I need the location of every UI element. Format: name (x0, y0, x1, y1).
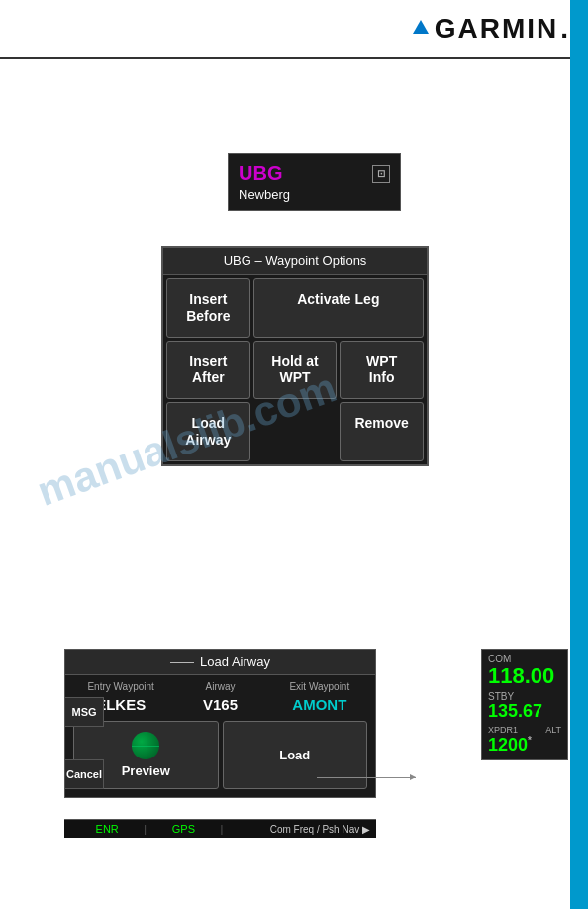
insert-before-button[interactable]: InsertBefore (166, 278, 250, 338)
com-freq-label: Com Freq / Psh Nav ▶ (223, 824, 370, 835)
remove-button[interactable]: Remove (340, 402, 424, 461)
empty-cell (253, 402, 338, 461)
hold-at-wpt-button[interactable]: Hold atWPT (253, 341, 338, 400)
garmin-brand-text: GARMIN (435, 13, 559, 45)
load-airway-fields: Entry Waypoint Airway Exit Waypoint ELKE… (65, 675, 375, 715)
load-button[interactable]: Load (223, 721, 368, 789)
right-sidebar (570, 0, 588, 909)
insert-after-button[interactable]: InsertAfter (166, 341, 250, 400)
load-airway-panel: —— Load Airway Entry Waypoint Airway Exi… (64, 649, 376, 798)
cancel-label: Cancel (66, 768, 102, 780)
arrow-indicator (317, 777, 416, 778)
xpdr-code: 1200 (488, 735, 528, 755)
wpt-info-button[interactable]: WPTInfo (340, 341, 424, 400)
waypoint-name: Newberg (239, 187, 390, 202)
cancel-button[interactable]: Cancel (64, 759, 104, 789)
preview-label: Preview (122, 763, 170, 778)
com-frequency: 118.00 (488, 664, 561, 688)
options-grid: InsertBeforeActivate LegInsertAfterHold … (163, 275, 427, 464)
bottom-tab-bar: ENR | GPS | Com Freq / Psh Nav ▶ (64, 819, 376, 838)
enr-tab[interactable]: ENR (70, 823, 144, 835)
airway-value: V165 (172, 696, 267, 713)
load-airway-buttons: Preview Load (65, 715, 375, 797)
waypoint-identifier-row: UBG ⊡ (239, 162, 390, 185)
airway-label: Airway (172, 681, 267, 692)
waypoint-type-icon: ⊡ (372, 165, 390, 183)
exit-waypoint-value: AMONT (272, 696, 367, 713)
stby-frequency: 135.67 (488, 702, 561, 722)
garmin-dot: . (560, 13, 568, 45)
activate-leg-button[interactable]: Activate Leg (253, 278, 424, 338)
load-airway-button[interactable]: LoadAirway (166, 402, 250, 461)
options-title: UBG – Waypoint Options (163, 248, 427, 275)
msg-button[interactable]: MSG (64, 697, 104, 727)
xpdr-label: XPDR1 (488, 725, 518, 735)
left-sidebar-icons: MSG Cancel (64, 697, 104, 789)
load-airway-title-bar: —— Load Airway (65, 650, 375, 675)
load-label: Load (279, 748, 310, 762)
xpdr-row: XPDR1 ALT (488, 725, 561, 735)
airway-path-icon: —— (170, 656, 194, 669)
msg-label: MSG (71, 706, 96, 718)
com-panel: COM 118.00 STBY 135.67 XPDR1 ALT 1200* (481, 649, 568, 760)
xpdr-value: 1200* (488, 735, 561, 756)
garmin-logo: GARMIN. (413, 13, 568, 45)
waypoint-options-dialog: UBG – Waypoint Options InsertBeforeActiv… (161, 246, 429, 466)
alt-label: ALT (545, 725, 561, 735)
garmin-triangle-icon (413, 20, 429, 34)
entry-waypoint-label: Entry Waypoint (73, 681, 168, 692)
header: GARMIN. (0, 0, 588, 59)
waypoint-id: UBG (239, 162, 282, 185)
load-airway-title: Load Airway (200, 655, 270, 669)
alt-asterisk: * (528, 735, 532, 746)
gps-tab[interactable]: GPS (147, 823, 220, 835)
exit-waypoint-label: Exit Waypoint (272, 681, 367, 692)
globe-icon (132, 732, 159, 759)
waypoint-box: UBG ⊡ Newberg (228, 153, 401, 211)
